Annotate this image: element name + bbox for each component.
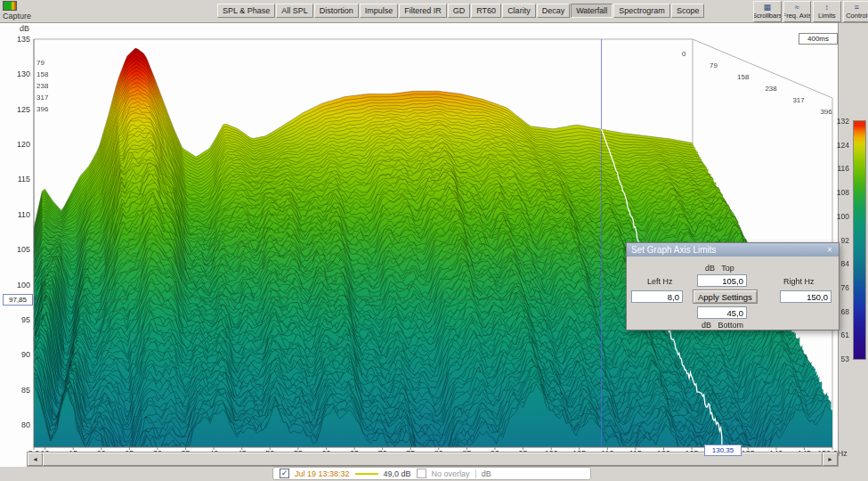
- tab-all-spl[interactable]: All SPL: [276, 4, 313, 18]
- button-label: Limits: [818, 12, 836, 20]
- button-limits[interactable]: ↕Limits: [813, 1, 841, 22]
- button-label: Control: [846, 12, 867, 20]
- freq-axis-icon: ≈: [795, 4, 799, 12]
- graph-tabs: SPL & PhaseAll SPLDistortionImpulseFilte…: [217, 4, 704, 18]
- left-hz-label: Left Hz: [647, 277, 673, 286]
- dialog-title: Set Graph Axis Limits: [631, 245, 717, 255]
- tab-spl-phase[interactable]: SPL & Phase: [217, 4, 275, 18]
- tab-waterfall[interactable]: Waterfall: [571, 4, 612, 18]
- tab-distortion[interactable]: Distortion: [314, 4, 359, 18]
- freq-cursor-readout: 130,35: [704, 444, 742, 456]
- measurement-timestamp: Jul 19 13:38:32: [295, 469, 350, 478]
- capture-label: Capture: [3, 12, 56, 20]
- overlay-checkbox[interactable]: [417, 469, 426, 478]
- color-scale-bar: [853, 120, 866, 360]
- db-cursor-readout: 97,85: [3, 294, 33, 306]
- legend-divider: [475, 469, 476, 478]
- dialog-titlebar[interactable]: Set Graph Axis Limits ×: [627, 243, 839, 257]
- input-level-meter-icon: [3, 1, 17, 11]
- button-freq-axis[interactable]: ≈Freq. Axis: [783, 1, 812, 22]
- db-top-caption: dB Top: [705, 264, 734, 273]
- tab-decay[interactable]: Decay: [537, 4, 571, 18]
- button-label: Scrollbars: [753, 12, 782, 20]
- tab-gd[interactable]: GD: [448, 4, 471, 18]
- db-bottom-caption: dB Bottom: [702, 321, 743, 330]
- tab-clarity[interactable]: Clarity: [502, 4, 536, 18]
- tab-rt60[interactable]: RT60: [471, 4, 501, 18]
- scroll-right-button[interactable]: ►: [823, 452, 838, 466]
- rew-window: Capture SPL & PhaseAll SPLDistortionImpu…: [0, 0, 868, 481]
- measurement-checkbox[interactable]: ✓: [280, 469, 289, 478]
- button-scrollbars[interactable]: ▦Scrollbars: [753, 1, 782, 22]
- button-control[interactable]: ≡Control: [843, 1, 868, 22]
- right-hz-input[interactable]: [780, 290, 831, 303]
- scroll-left-button[interactable]: ◄: [28, 452, 43, 466]
- right-hz-label: Right Hz: [783, 277, 815, 286]
- db-axis-title: dB: [20, 24, 29, 33]
- tab-filtered-ir[interactable]: Filtered IR: [399, 4, 447, 18]
- graph-toolbar-buttons: ▦Scrollbars≈Freq. Axis↕Limits≡Control: [753, 1, 868, 22]
- left-hz-input[interactable]: [631, 290, 683, 303]
- legend-db-label: dB: [482, 469, 491, 478]
- overlay-label: No overlay: [432, 469, 470, 478]
- close-icon[interactable]: ×: [824, 243, 835, 257]
- waterfall-plot[interactable]: [0, 0, 868, 481]
- tab-impulse[interactable]: Impulse: [360, 4, 399, 18]
- scrollbars-icon: ▦: [763, 4, 771, 12]
- tab-spectrogram[interactable]: Spectrogram: [613, 4, 670, 18]
- button-label: Freq. Axis: [783, 12, 812, 20]
- apply-settings-button[interactable]: Apply Settings: [693, 289, 758, 304]
- tab-scope[interactable]: Scope: [671, 4, 705, 18]
- top-toolbar: Capture SPL & PhaseAll SPLDistortionImpu…: [0, 0, 868, 23]
- level-readout: 49,0 dB: [384, 469, 411, 478]
- trace-color-sample: [355, 473, 378, 475]
- set-graph-axis-limits-dialog: Set Graph Axis Limits × dB Top Left Hz R…: [626, 242, 840, 330]
- limits-icon: ↕: [825, 4, 830, 12]
- db-top-input[interactable]: [697, 274, 747, 287]
- control-icon: ≡: [855, 4, 859, 12]
- capture-block: Capture: [3, 1, 56, 20]
- time-range-label: 400ms: [799, 33, 838, 45]
- db-bottom-input[interactable]: [697, 306, 747, 319]
- measurement-legend: ✓ Jul 19 13:38:32 49,0 dB No overlay dB: [272, 467, 591, 480]
